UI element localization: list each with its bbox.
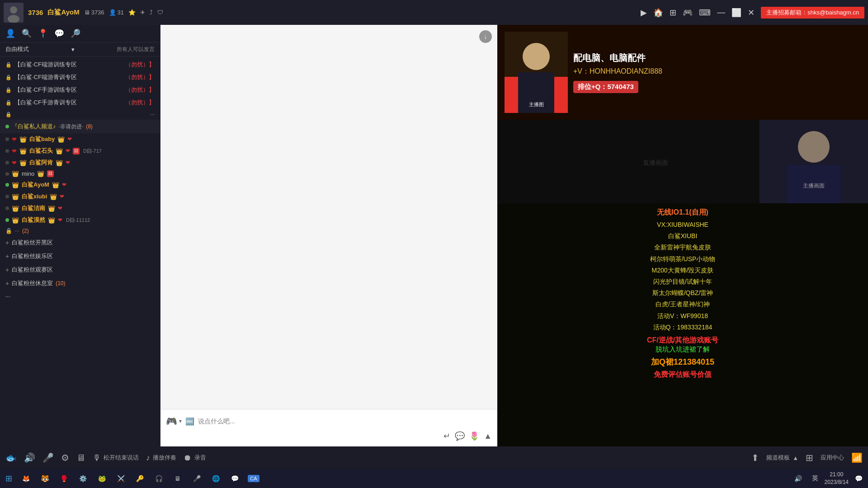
channel-item-4[interactable]: 🔒 【白鲨·CF手游青训专区 （勿扰）】: [0, 96, 160, 109]
heart-badge-2: ❤: [66, 148, 70, 154]
user-item-monan[interactable]: 👑 白鲨漠然 👑 ❤ D囧-11112: [0, 214, 160, 226]
ad-qq-group: 加Q裙121384015: [505, 357, 861, 367]
toolbar-screen[interactable]: 🖥: [76, 453, 85, 463]
fan-zone-yule[interactable]: + 白鲨粉丝娱乐区: [0, 249, 160, 263]
record-button[interactable]: ⏺ 录音: [184, 453, 206, 463]
profile-icon[interactable]: 👤: [5, 28, 15, 38]
lock-icon-3: 🔒: [5, 87, 12, 93]
fan-zone-guansai[interactable]: + 白鲨粉丝观赛区: [0, 263, 160, 277]
search-person-icon[interactable]: 🔍: [22, 28, 32, 38]
text-style-button[interactable]: 🔤: [185, 417, 194, 426]
toolbar-logo[interactable]: 🐟: [5, 452, 17, 463]
send-icon[interactable]: ↵: [443, 431, 450, 441]
taskbar-app4[interactable]: ⚙️: [74, 470, 92, 487]
magnifier-icon[interactable]: 🔎: [71, 28, 80, 38]
heart-badge-5: ❤: [62, 182, 66, 188]
private-channel[interactable]: 『白鲨私人频道♪ ·非请勿进· (8): [0, 120, 160, 133]
channel-item-3[interactable]: 🔒 【白鲨·CF手游训练专区 （勿扰）】: [0, 84, 160, 96]
start-button[interactable]: ⊞: [2, 470, 16, 487]
taskbar-app6[interactable]: ⚔️: [112, 470, 130, 487]
emoji-arrow: ▾: [179, 418, 182, 424]
fan-zone-kaihei[interactable]: + 白鲨粉丝开黑区: [0, 236, 160, 249]
taskbar-app12[interactable]: 💬: [226, 470, 244, 487]
toolbar-settings[interactable]: ⚙: [61, 452, 69, 463]
channel-tmpl-button[interactable]: 频道模板 ▲: [766, 454, 798, 462]
bubble-icon[interactable]: 💬: [455, 431, 465, 441]
flower-icon[interactable]: 🌷: [469, 431, 479, 441]
status-dot-3: [5, 161, 9, 164]
user-item-jienan[interactable]: 👑 白鲨洁南 👑 ❤: [0, 202, 160, 214]
svg-point-5: [523, 43, 550, 70]
app-center-button[interactable]: 应用中心: [821, 454, 844, 462]
gamepad-icon[interactable]: 🎮: [683, 8, 693, 18]
taskbar-app8[interactable]: 🎧: [150, 470, 168, 487]
fan-zone-more[interactable]: ···: [0, 290, 160, 302]
channel-item-more[interactable]: 🔒 ···: [0, 109, 160, 120]
main-layout: 👤 🔍 📍 💬 🔎 自由模式 ▾ 所有人可以发言 🔒 【白鲨·CF端游训练专区 …: [0, 25, 868, 446]
grid-icon[interactable]: ⊞: [670, 8, 676, 18]
terminal-icon[interactable]: ⌨: [699, 8, 711, 18]
more-dots[interactable]: ···: [15, 228, 19, 234]
taskbar-app10[interactable]: 🎤: [188, 470, 206, 487]
location-icon[interactable]: 📍: [38, 28, 48, 38]
grid-btn-icon[interactable]: ⊞: [806, 452, 813, 463]
notification-icon[interactable]: 💬: [851, 470, 866, 487]
taskbar-ca-badge[interactable]: CA: [245, 470, 263, 487]
mode-selector[interactable]: 自由模式: [5, 45, 29, 53]
heart-badge-3: ❤: [66, 160, 70, 166]
minimize-icon[interactable]: —: [717, 8, 725, 17]
scroll-down-button[interactable]: ↓: [479, 30, 492, 43]
taskbar-right: 🔊 英 21:00 2023/8/14 💬: [791, 470, 866, 487]
user-item-baby[interactable]: ❤ 👑 白鲨baby 👑 ❤: [0, 133, 160, 145]
upload-icon[interactable]: ⬆: [751, 452, 759, 463]
volume-icon[interactable]: 🔊: [791, 470, 806, 487]
username-label-5: 白鲨AyoM: [22, 181, 49, 189]
channel-item-1[interactable]: 🔒 【白鲨·CF端游训练专区 （勿扰）】: [0, 58, 160, 71]
member-crown-2: 👑: [56, 148, 63, 155]
toolbar-mic[interactable]: 🎤: [42, 452, 54, 463]
chat-icon[interactable]: 💬: [54, 28, 64, 38]
rank-badge-2: 囧: [47, 170, 54, 177]
taskbar-app11[interactable]: 🌐: [207, 470, 225, 487]
play-acc-button[interactable]: ♪ 播放伴奏: [146, 453, 176, 463]
home-icon[interactable]: 🏠: [653, 8, 663, 18]
member-crown-8: 👑: [48, 217, 55, 224]
emoji-button[interactable]: 🎮 ▾: [166, 416, 182, 427]
close-icon[interactable]: ✕: [748, 8, 755, 18]
channel-text: 【白鲨·CF端游训练专区: [14, 61, 123, 69]
mode-arrow[interactable]: ▾: [71, 46, 75, 53]
more-button[interactable]: ···: [150, 111, 155, 117]
restore-icon[interactable]: ⬜: [731, 8, 741, 18]
toolbar-speaker[interactable]: 🔊: [24, 452, 35, 463]
taskbar-tiger[interactable]: 🐯: [36, 470, 54, 487]
section-more-row[interactable]: 🔒 ··· (2): [0, 226, 160, 236]
user-item-ayom[interactable]: 👑 白鲨AyoM 👑 ❤: [0, 179, 160, 191]
play-icon[interactable]: ▶: [641, 8, 647, 18]
more-badge: (2): [22, 228, 29, 234]
taskbar-firefox[interactable]: 🦊: [17, 470, 35, 487]
taskbar-app3[interactable]: 🥊: [55, 470, 73, 487]
user-item-xiubi[interactable]: 👑 白鲨xiubi 👑 ❤: [0, 191, 160, 202]
mode-info-text: 所有人可以发言: [117, 46, 155, 53]
lang-btn[interactable]: 英: [808, 470, 822, 487]
private-channel-badge: (8): [86, 123, 93, 130]
ad-line1: VX:XIUBIWAISHE: [505, 219, 861, 230]
loosen-end-button[interactable]: 🎙 松开结束说话: [93, 453, 139, 463]
ad-qq-badge: 排位+Q：5740473: [573, 81, 638, 93]
chat-input[interactable]: [198, 418, 492, 425]
user-item-shitou[interactable]: ❤ 👑 白鲨石头 👑 ❤ 囧 D囧-717: [0, 145, 160, 157]
username-label: 白鲨baby: [29, 135, 55, 143]
crown-icon-8: 👑: [12, 217, 19, 224]
expand-icon[interactable]: ▲: [484, 432, 492, 441]
taskbar-app7[interactable]: 🔑: [131, 470, 149, 487]
ad-line7: 斯太尔蝴蝶/QBZ/雷神: [505, 287, 861, 299]
channel-bracket-2: （勿扰）】: [125, 73, 155, 81]
signal-icon[interactable]: 📶: [851, 452, 863, 463]
user-item-mino[interactable]: 👑 mino 👑 囧: [0, 169, 160, 179]
fan-zone-xiuxishi[interactable]: + 白鲨粉丝休息室 (10): [0, 277, 160, 290]
channel-item-2[interactable]: 🔒 【白鲨·CF端游青训专区 （勿扰）】: [0, 71, 160, 84]
taskbar-app5[interactable]: 🐸: [93, 470, 111, 487]
user-item-aken[interactable]: ❤ 👑 白鲨阿肯 👑 ❤: [0, 157, 160, 169]
taskbar-app9[interactable]: 🖥: [169, 470, 187, 487]
gear-app-icon: ⚙️: [79, 475, 87, 482]
